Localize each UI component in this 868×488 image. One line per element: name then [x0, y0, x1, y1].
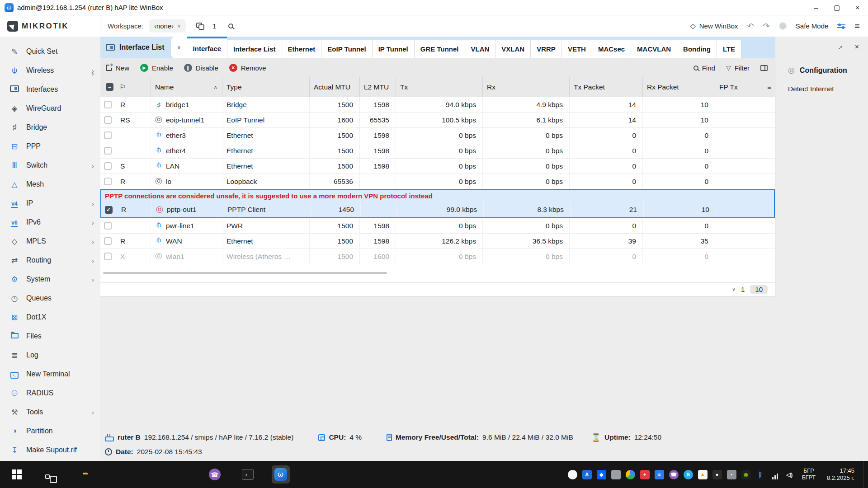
- tab-vrrp[interactable]: VRRP: [530, 40, 561, 58]
- filter-button[interactable]: ▽ Filter: [726, 64, 750, 72]
- find-button[interactable]: Find: [693, 64, 715, 72]
- select-all-checkbox[interactable]: –: [106, 83, 113, 91]
- menu-icon[interactable]: ≡: [854, 21, 860, 31]
- page-size-badge[interactable]: 10: [750, 285, 768, 294]
- taskbar-button-file-explorer[interactable]: [66, 461, 99, 488]
- table-row-WAN[interactable]: RψWANEthernet15001598126.2 kbps36.5 kbps…: [100, 234, 775, 249]
- new-button[interactable]: New: [106, 64, 129, 72]
- row-checkbox[interactable]: ✓: [105, 206, 113, 214]
- maximize-button[interactable]: ▢: [826, 0, 847, 15]
- sidebar-item-routing[interactable]: ⇄Routing›: [0, 251, 100, 270]
- tray-usb-icon[interactable]: [611, 470, 621, 479]
- minimize-button[interactable]: –: [806, 0, 826, 15]
- detach-window-icon[interactable]: ↔: [834, 42, 845, 52]
- tab-vlan[interactable]: VLAN: [465, 40, 495, 58]
- undo-button[interactable]: ↶: [747, 21, 754, 31]
- header-fp-tx[interactable]: FP Tx ≡: [715, 77, 775, 97]
- tab-interface-list[interactable]: Interface List: [227, 40, 281, 58]
- row-checkbox[interactable]: [104, 222, 112, 230]
- table-row-ether3[interactable]: ψether3Ethernet150015980 bps0 bps00: [100, 128, 775, 143]
- disable-button[interactable]: ∥ Disable: [184, 64, 218, 72]
- tray-red-app-icon[interactable]: +: [640, 470, 650, 479]
- horizontal-scrollbar[interactable]: [103, 272, 387, 274]
- tab-gre-tunnel[interactable]: GRE Tunnel: [414, 40, 465, 58]
- sidebar-item-tools[interactable]: ⚒Tools›: [0, 403, 100, 422]
- enable-button[interactable]: ▶ Enable: [140, 64, 173, 72]
- header-tx[interactable]: Tx: [396, 77, 483, 97]
- tab-lte[interactable]: LTE: [717, 40, 741, 58]
- header-actual-mtu[interactable]: Actual MTU: [310, 77, 360, 97]
- sidebar-item-ipv6[interactable]: v6IPv6›: [0, 213, 100, 232]
- tray-bluetooth-icon[interactable]: ᛒ: [756, 470, 765, 479]
- sidebar-item-partition[interactable]: ◑Partition: [0, 422, 100, 441]
- row-checkbox[interactable]: [104, 162, 112, 170]
- sidebar-item-ppp[interactable]: ⊟PPP: [0, 137, 100, 156]
- tray-viber-icon[interactable]: ☎: [669, 470, 679, 479]
- header-rx-packet[interactable]: Rx Packet: [643, 77, 715, 97]
- tray-volume-icon[interactable]: ◁): [785, 470, 794, 479]
- page-chevron-icon[interactable]: ∨: [732, 286, 736, 292]
- row-checkbox[interactable]: [104, 131, 112, 139]
- sidebar-item-quick-set[interactable]: ✎Quick Set: [0, 42, 100, 61]
- sidebar-item-radius[interactable]: ⚇RADIUS: [0, 384, 100, 403]
- tray-vlc-icon[interactable]: ▲: [698, 470, 708, 479]
- sidebar-collapse-chevron[interactable]: ›: [91, 69, 94, 78]
- taskbar-button-viber[interactable]: ☎: [198, 461, 231, 488]
- close-button[interactable]: ×: [847, 0, 868, 15]
- open-windows-icon[interactable]: [196, 23, 204, 30]
- row-checkbox[interactable]: [104, 147, 112, 155]
- show-desktop-strip[interactable]: [863, 461, 865, 488]
- close-window-icon[interactable]: ×: [855, 43, 859, 51]
- sidebar-item-queues[interactable]: ◷Queues: [0, 289, 100, 308]
- configuration-menu[interactable]: ◎ Configuration: [775, 66, 868, 75]
- tab-ethernet[interactable]: Ethernet: [282, 40, 321, 58]
- language-indicator[interactable]: БГР БГРТ: [799, 468, 818, 481]
- taskbar-clock[interactable]: 17:45 8.2.2025 г.: [823, 467, 858, 482]
- tray-anydesk-icon[interactable]: A: [582, 470, 592, 479]
- redo-button[interactable]: ↷: [763, 21, 770, 31]
- tab-macsec[interactable]: MACsec: [592, 40, 631, 58]
- header-tx-packet[interactable]: Tx Packet: [570, 77, 643, 97]
- tray-skype-icon[interactable]: S: [684, 470, 693, 479]
- search-icon[interactable]: [228, 23, 233, 28]
- row-checkbox[interactable]: [104, 101, 112, 108]
- tab-veth[interactable]: VETH: [561, 40, 592, 58]
- tab-interface[interactable]: Interface: [187, 37, 227, 58]
- sidebar-item-wireless[interactable]: ψWireless›: [0, 61, 100, 80]
- sidebar-item-mpls[interactable]: ◇MPLS›: [0, 232, 100, 251]
- taskbar-button-start[interactable]: [0, 461, 33, 488]
- sidebar-item-log[interactable]: ≣Log: [0, 346, 100, 365]
- tab-eoip-tunnel[interactable]: EoIP Tunnel: [321, 40, 372, 58]
- header-flags[interactable]: ⚐: [115, 77, 151, 97]
- row-checkbox[interactable]: [104, 253, 112, 260]
- tray-nvidia-icon[interactable]: ◉: [741, 470, 751, 479]
- sidebar-item-new-terminal[interactable]: ›_New Terminal: [0, 365, 100, 384]
- header-select-all[interactable]: –: [100, 77, 115, 97]
- detect-internet-item[interactable]: Detect Internet: [775, 85, 868, 93]
- tray-dropbox-icon[interactable]: ◆: [597, 470, 606, 479]
- sidebar-item-bridge[interactable]: ♯Bridge: [0, 118, 100, 137]
- remove-button[interactable]: × Remove: [229, 64, 266, 72]
- tray-chat-icon[interactable]: [568, 470, 577, 479]
- sidebar-item-mesh[interactable]: △Mesh: [0, 175, 100, 194]
- table-row-eoip-tunnel1[interactable]: RSⓞeoip-tunnel1EoIP Tunnel160065535100.5…: [100, 113, 775, 128]
- taskbar-button-winbox[interactable]: ω: [264, 461, 297, 488]
- header-menu-icon[interactable]: ≡: [767, 83, 771, 91]
- sidebar-item-interfaces[interactable]: Interfaces: [0, 80, 100, 99]
- columns-toggle-icon[interactable]: [760, 65, 768, 71]
- header-l2-mtu[interactable]: L2 MTU: [360, 77, 396, 97]
- sidebar-item-wireguard[interactable]: ◈WireGuard: [0, 99, 100, 118]
- sidebar-item-system[interactable]: ⚙System›: [0, 270, 100, 289]
- table-row-pwr-line1[interactable]: ψpwr-line1PWR150015980 bps0 bps00: [100, 218, 775, 234]
- sidebar-item-ip[interactable]: v4IP›: [0, 194, 100, 213]
- sidebar-item-make-supout-rif[interactable]: ↧Make Supout.rif: [0, 441, 100, 460]
- row-checkbox[interactable]: [104, 116, 112, 124]
- sidebar-item-dot1x[interactable]: ⊠Dot1X: [0, 308, 100, 327]
- tray-blue-app-icon[interactable]: ≡: [655, 470, 664, 479]
- tune-sliders-icon[interactable]: [837, 24, 845, 28]
- tab-bonding[interactable]: Bonding: [677, 40, 717, 58]
- header-name[interactable]: Name ∧: [151, 77, 222, 97]
- window-list-chevron[interactable]: ∨: [171, 37, 187, 58]
- tab-ip-tunnel[interactable]: IP Tunnel: [372, 40, 414, 58]
- tray-network-icon[interactable]: [770, 470, 780, 479]
